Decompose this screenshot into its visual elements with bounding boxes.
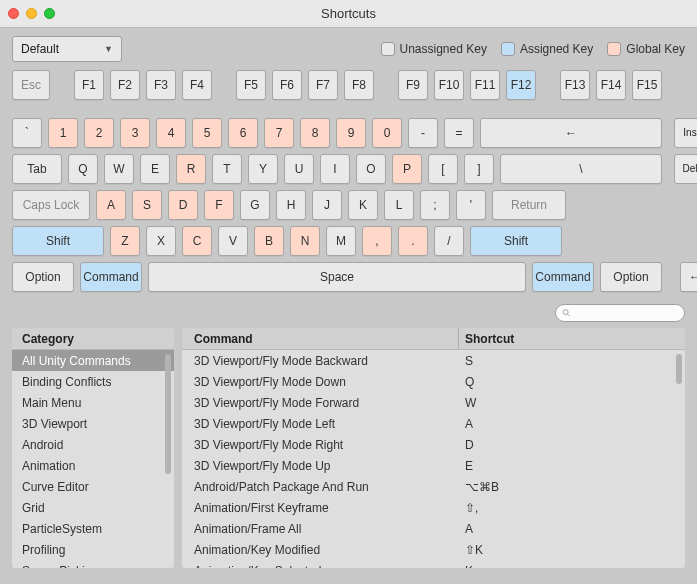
key-/[interactable]: /	[434, 226, 464, 256]
key-f14[interactable]: F14	[596, 70, 626, 100]
key-N[interactable]: N	[290, 226, 320, 256]
key-5[interactable]: 5	[192, 118, 222, 148]
minimize-icon[interactable]	[26, 8, 37, 19]
key-B[interactable]: B	[254, 226, 284, 256]
key-X[interactable]: X	[146, 226, 176, 256]
category-item[interactable]: All Unity Commands	[12, 350, 174, 371]
key-M[interactable]: M	[326, 226, 356, 256]
key-0[interactable]: 0	[372, 118, 402, 148]
key-space[interactable]: Space	[148, 262, 526, 292]
command-row[interactable]: 3D Viewport/Fly Mode UpE	[182, 455, 685, 476]
key-I[interactable]: I	[320, 154, 350, 184]
command-row[interactable]: 3D Viewport/Fly Mode RightD	[182, 434, 685, 455]
command-row[interactable]: Animation/Key Modified⇧K	[182, 539, 685, 560]
key-f15[interactable]: F15	[632, 70, 662, 100]
command-scrollbar[interactable]	[676, 354, 682, 384]
key-K[interactable]: K	[348, 190, 378, 220]
command-row[interactable]: Animation/Key SelectedK	[182, 560, 685, 568]
key-return[interactable]: Return	[492, 190, 566, 220]
key-1[interactable]: 1	[48, 118, 78, 148]
key-J[interactable]: J	[312, 190, 342, 220]
key-H[interactable]: H	[276, 190, 306, 220]
key-`[interactable]: `	[12, 118, 42, 148]
key-7[interactable]: 7	[264, 118, 294, 148]
key-esc[interactable]: Esc	[12, 70, 50, 100]
key-;[interactable]: ;	[420, 190, 450, 220]
key-4[interactable]: 4	[156, 118, 186, 148]
zoom-icon[interactable]	[44, 8, 55, 19]
key-f2[interactable]: F2	[110, 70, 140, 100]
command-row[interactable]: 3D Viewport/Fly Mode LeftA	[182, 413, 685, 434]
category-item[interactable]: Profiling	[12, 539, 174, 560]
key-f13[interactable]: F13	[560, 70, 590, 100]
category-item[interactable]: Animation	[12, 455, 174, 476]
key-.[interactable]: .	[398, 226, 428, 256]
key-'[interactable]: '	[456, 190, 486, 220]
key-f1[interactable]: F1	[74, 70, 104, 100]
category-item[interactable]: Binding Conflicts	[12, 371, 174, 392]
key-del[interactable]: Del	[674, 154, 697, 184]
key-tab[interactable]: Tab	[12, 154, 62, 184]
key-O[interactable]: O	[356, 154, 386, 184]
key-9[interactable]: 9	[336, 118, 366, 148]
profile-dropdown[interactable]: Default ▼	[12, 36, 122, 62]
key-[[interactable]: [	[428, 154, 458, 184]
key-ins[interactable]: Ins	[674, 118, 697, 148]
key-Z[interactable]: Z	[110, 226, 140, 256]
key-command-left[interactable]: Command	[80, 262, 142, 292]
key-f9[interactable]: F9	[398, 70, 428, 100]
key-U[interactable]: U	[284, 154, 314, 184]
key-6[interactable]: 6	[228, 118, 258, 148]
category-item[interactable]: Grid	[12, 497, 174, 518]
key-f3[interactable]: F3	[146, 70, 176, 100]
command-list[interactable]: 3D Viewport/Fly Mode BackwardS3D Viewpor…	[182, 350, 685, 568]
category-item[interactable]: ParticleSystem	[12, 518, 174, 539]
key-shift-right[interactable]: Shift	[470, 226, 562, 256]
key-P[interactable]: P	[392, 154, 422, 184]
command-row[interactable]: Animation/Frame AllA	[182, 518, 685, 539]
command-row[interactable]: 3D Viewport/Fly Mode ForwardW	[182, 392, 685, 413]
key--[interactable]: -	[408, 118, 438, 148]
key-backspace[interactable]: ←	[480, 118, 662, 148]
key-f5[interactable]: F5	[236, 70, 266, 100]
key-=[interactable]: =	[444, 118, 474, 148]
category-item[interactable]: Android	[12, 434, 174, 455]
category-item[interactable]: Main Menu	[12, 392, 174, 413]
key-backslash[interactable]: \	[500, 154, 662, 184]
command-row[interactable]: 3D Viewport/Fly Mode DownQ	[182, 371, 685, 392]
key-L[interactable]: L	[384, 190, 414, 220]
key-D[interactable]: D	[168, 190, 198, 220]
key-f10[interactable]: F10	[434, 70, 464, 100]
category-item[interactable]: 3D Viewport	[12, 413, 174, 434]
key-option-right[interactable]: Option	[600, 262, 662, 292]
key-,[interactable]: ,	[362, 226, 392, 256]
key-C[interactable]: C	[182, 226, 212, 256]
command-row[interactable]: Animation/First Keyframe⇧,	[182, 497, 685, 518]
key-S[interactable]: S	[132, 190, 162, 220]
key-A[interactable]: A	[96, 190, 126, 220]
key-G[interactable]: G	[240, 190, 270, 220]
key-f6[interactable]: F6	[272, 70, 302, 100]
key-R[interactable]: R	[176, 154, 206, 184]
key-f8[interactable]: F8	[344, 70, 374, 100]
category-scrollbar[interactable]	[165, 354, 171, 474]
search-field[interactable]	[575, 307, 678, 319]
key-f11[interactable]: F11	[470, 70, 500, 100]
category-item[interactable]: Scene Picking	[12, 560, 174, 568]
key-capslock[interactable]: Caps Lock	[12, 190, 90, 220]
key-W[interactable]: W	[104, 154, 134, 184]
key-F[interactable]: F	[204, 190, 234, 220]
command-row[interactable]: Android/Patch Package And Run⌥⌘B	[182, 476, 685, 497]
key-f12[interactable]: F12	[506, 70, 536, 100]
key-T[interactable]: T	[212, 154, 242, 184]
category-list[interactable]: All Unity CommandsBinding ConflictsMain …	[12, 350, 174, 568]
key-8[interactable]: 8	[300, 118, 330, 148]
key-2[interactable]: 2	[84, 118, 114, 148]
key-option-left[interactable]: Option	[12, 262, 74, 292]
key-][interactable]: ]	[464, 154, 494, 184]
key-Y[interactable]: Y	[248, 154, 278, 184]
key-arrow-left[interactable]: ←	[680, 262, 697, 292]
search-input[interactable]	[555, 304, 685, 322]
key-3[interactable]: 3	[120, 118, 150, 148]
key-V[interactable]: V	[218, 226, 248, 256]
